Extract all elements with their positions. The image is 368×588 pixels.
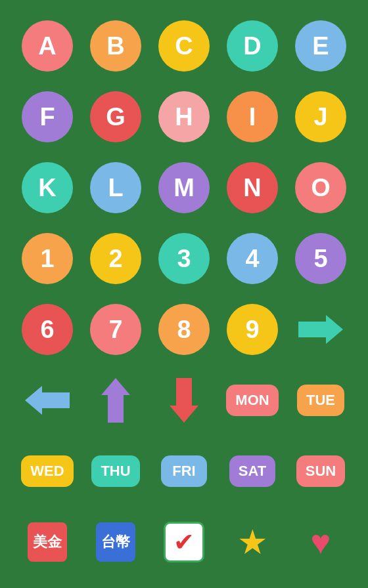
circle-N[interactable]: N <box>227 162 278 213</box>
cell-M: M <box>152 155 216 220</box>
cell-N: N <box>221 155 284 220</box>
cell-K: K <box>16 155 79 220</box>
svg-marker-3 <box>170 378 198 423</box>
circle-D[interactable]: D <box>227 20 278 72</box>
cell-A: A <box>16 13 79 79</box>
cell-checkbox: ✔ <box>152 509 216 575</box>
cell-5: 5 <box>289 226 352 291</box>
circle-6[interactable]: 6 <box>22 304 73 355</box>
svg-marker-2 <box>101 378 130 423</box>
circle-C[interactable]: C <box>158 20 210 72</box>
cell-8: 8 <box>152 297 216 362</box>
cell-WED: WED <box>16 438 79 504</box>
cell-FRI: FRI <box>152 438 216 504</box>
circle-5[interactable]: 5 <box>295 233 346 284</box>
cell-D: D <box>221 13 284 79</box>
pill-THU[interactable]: THU <box>91 455 139 487</box>
checkmark-icon: ✔ <box>173 530 195 555</box>
badge-usd[interactable]: 美金 <box>28 522 67 562</box>
cell-9: 9 <box>221 297 284 362</box>
pill-FRI[interactable]: FRI <box>161 455 207 487</box>
cell-O: O <box>289 155 352 220</box>
cell-SAT: SAT <box>221 438 284 504</box>
circle-8[interactable]: 8 <box>158 304 210 355</box>
cell-H: H <box>152 84 216 150</box>
pill-WED[interactable]: WED <box>21 455 73 487</box>
circle-A[interactable]: A <box>22 20 73 72</box>
badge-twd[interactable]: 台幣 <box>96 522 135 562</box>
arrow-left-icon[interactable] <box>25 386 70 415</box>
cell-TUE: TUE <box>289 368 352 433</box>
heart-icon[interactable]: ♥ <box>311 525 331 559</box>
cell-B: B <box>84 13 147 79</box>
circle-7[interactable]: 7 <box>90 304 141 355</box>
cell-2: 2 <box>84 226 147 291</box>
cell-arrow-right <box>289 297 352 362</box>
circle-M[interactable]: M <box>158 162 210 213</box>
circle-K[interactable]: K <box>22 162 73 213</box>
circle-3[interactable]: 3 <box>158 233 210 284</box>
star-icon[interactable]: ★ <box>237 525 268 559</box>
cell-1: 1 <box>16 226 79 291</box>
arrow-down-icon[interactable] <box>170 378 198 423</box>
cell-star: ★ <box>221 509 284 575</box>
arrow-up-icon[interactable] <box>101 378 130 423</box>
circle-I[interactable]: I <box>227 91 278 142</box>
cell-4: 4 <box>221 226 284 291</box>
circle-G[interactable]: G <box>90 91 141 142</box>
cell-I: I <box>221 84 284 150</box>
circle-L[interactable]: L <box>90 162 141 213</box>
circle-O[interactable]: O <box>295 162 346 213</box>
checkbox-checked[interactable]: ✔ <box>164 522 204 562</box>
svg-marker-1 <box>25 386 70 415</box>
pill-MON[interactable]: MON <box>226 385 278 416</box>
cell-7: 7 <box>84 297 147 362</box>
circle-1[interactable]: 1 <box>22 233 73 284</box>
cell-arrow-left <box>16 368 79 433</box>
cell-3: 3 <box>152 226 216 291</box>
circle-4[interactable]: 4 <box>227 233 278 284</box>
pill-SAT[interactable]: SAT <box>229 455 275 487</box>
cell-F: F <box>16 84 79 150</box>
circle-2[interactable]: 2 <box>90 233 141 284</box>
svg-marker-0 <box>298 315 343 344</box>
cell-THU: THU <box>84 438 147 504</box>
circle-B[interactable]: B <box>90 20 141 72</box>
cell-E: E <box>289 13 352 79</box>
circle-F[interactable]: F <box>22 91 73 142</box>
cell-6: 6 <box>16 297 79 362</box>
cell-SUN: SUN <box>289 438 352 504</box>
circle-J[interactable]: J <box>295 91 346 142</box>
cell-J: J <box>289 84 352 150</box>
cell-L: L <box>84 155 147 220</box>
cell-arrow-up <box>84 368 147 433</box>
cell-C: C <box>152 13 216 79</box>
circle-E[interactable]: E <box>295 20 346 72</box>
cell-arrow-down <box>152 368 216 433</box>
emoji-grid: A B C D E F G H I J K L M N O 1 <box>5 3 363 585</box>
pill-SUN[interactable]: SUN <box>296 455 345 487</box>
cell-twd: 台幣 <box>84 509 147 575</box>
cell-usd: 美金 <box>16 509 79 575</box>
circle-9[interactable]: 9 <box>227 304 278 355</box>
pill-TUE[interactable]: TUE <box>297 385 344 416</box>
arrow-right-icon[interactable] <box>298 315 343 344</box>
cell-MON: MON <box>221 368 284 433</box>
circle-H[interactable]: H <box>158 91 210 142</box>
cell-heart: ♥ <box>289 509 352 575</box>
cell-G: G <box>84 84 147 150</box>
